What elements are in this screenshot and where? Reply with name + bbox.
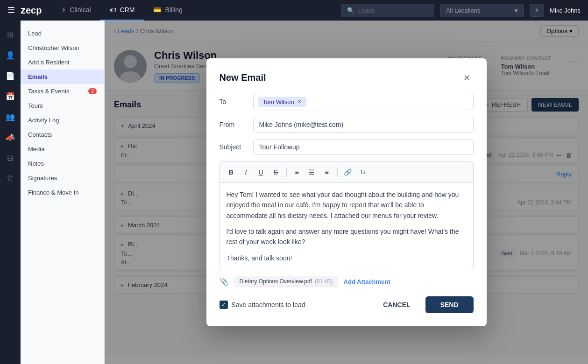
send-button[interactable]: SEND <box>425 296 474 313</box>
recipient-tag: Tom Wilson ✕ <box>258 97 306 107</box>
logo: zecp <box>21 4 42 16</box>
user-menu[interactable]: Mike Johns <box>550 7 581 14</box>
nav-search-area: 🔍 Leads All Locations ▾ + Mike Johns <box>341 4 581 17</box>
attachment-name: Dietary Options Overview.pdf <box>240 278 312 285</box>
icon-bar: ⊞ 👤 📄 📅 👥 📣 ⊟ 🗑 <box>0 21 21 364</box>
top-navigation: ☰ zecp ⚕ Clinical 🏷 CRM 💳 Billing 🔍 Lead… <box>0 0 588 21</box>
search-box[interactable]: 🔍 Leads <box>341 4 434 17</box>
sidebar-item-emails[interactable]: Emails <box>21 70 104 84</box>
nav-tab-billing[interactable]: 💳 Billing <box>144 0 191 21</box>
sidebar-item-signatures[interactable]: Signatures <box>21 171 104 185</box>
nav-tab-clinical[interactable]: ⚕ Clinical <box>53 0 100 21</box>
icon-bar-group[interactable]: 👥 <box>2 108 19 125</box>
add-button[interactable]: + <box>530 4 544 17</box>
modal-title: New Email <box>220 72 266 83</box>
editor-paragraph-3: Thanks, and talk soon! <box>227 253 467 263</box>
modal-footer: ✓ Save attachments to lead CANCEL SEND <box>220 296 474 313</box>
modal-overlay: New Email ✕ To Tom Wilson ✕ From <box>105 21 588 364</box>
add-attachment-button[interactable]: Add Attachment <box>344 278 390 285</box>
toolbar-separator <box>286 168 287 177</box>
editor-paragraph-1: Hey Tom! I wanted to see what your dad t… <box>227 189 467 221</box>
link-button[interactable]: 🔗 <box>341 166 354 179</box>
footer-buttons: CANCEL SEND <box>374 296 473 313</box>
icon-bar-calendar[interactable]: 📅 <box>2 88 19 105</box>
attachment-row: 📎 Dietary Options Overview.pdf (81 kB) A… <box>220 276 474 287</box>
attachment-size: (81 kB) <box>315 278 333 285</box>
align-button[interactable]: ≡ <box>320 166 333 179</box>
underline-button[interactable]: U <box>255 166 268 179</box>
attachment-icon: 📎 <box>220 277 229 286</box>
save-attachments-checkbox[interactable]: ✓ <box>220 301 228 309</box>
editor-paragraph-2: I'd love to talk again and answer any mo… <box>227 226 467 247</box>
icon-bar-trash[interactable]: 🗑 <box>2 170 19 187</box>
editor-toolbar: B I U S ≡ ☰ ≡ 🔗 Tx <box>220 161 474 182</box>
toolbar-separator-2 <box>337 168 338 177</box>
attachment-chip: Dietary Options Overview.pdf (81 kB) <box>234 276 338 287</box>
tasks-badge: 2 <box>88 88 97 94</box>
ordered-list-button[interactable]: ≡ <box>290 166 304 179</box>
from-label: From <box>220 121 248 128</box>
sidebar-item-add-resident[interactable]: Add a Resident <box>21 55 104 70</box>
icon-bar-table[interactable]: ⊟ <box>2 149 19 166</box>
sidebar-item-lead[interactable]: Lead <box>21 26 104 41</box>
from-row: From Mike Johns (mike@test.com) <box>220 117 474 133</box>
sidebar-section: Lead Christopher Wilson Add a Resident E… <box>21 24 104 202</box>
icon-bar-grid[interactable]: ⊞ <box>2 26 19 43</box>
strikethrough-button[interactable]: S <box>269 166 283 179</box>
hamburger-icon[interactable]: ☰ <box>7 5 15 15</box>
subject-label: Subject <box>220 143 248 151</box>
crm-icon: 🏷 <box>110 6 116 14</box>
search-icon: 🔍 <box>347 7 354 14</box>
sidebar-item-notes[interactable]: Notes <box>21 156 104 171</box>
sidebar-item-finance[interactable]: Finance & Move In <box>21 185 104 200</box>
close-button[interactable]: ✕ <box>460 71 474 84</box>
nav-tab-crm[interactable]: 🏷 CRM <box>100 0 144 21</box>
nav-tabs: ⚕ Clinical 🏷 CRM 💳 Billing <box>53 0 191 21</box>
from-field: Mike Johns (mike@test.com) <box>253 117 474 133</box>
content-area: ‹ Leads / Chris Wilson Options ▾ Chris W… <box>105 21 588 364</box>
sidebar-item-contacts[interactable]: Contacts <box>21 127 104 142</box>
icon-bar-person[interactable]: 👤 <box>2 47 19 63</box>
to-field[interactable]: Tom Wilson ✕ <box>253 94 474 110</box>
save-attachments-label[interactable]: ✓ Save attachments to lead <box>220 301 305 309</box>
editor-body[interactable]: Hey Tom! I wanted to see what your dad t… <box>220 182 474 270</box>
unordered-list-button[interactable]: ☰ <box>305 166 319 179</box>
icon-bar-document[interactable]: 📄 <box>2 67 19 84</box>
chevron-down-icon: ▾ <box>515 7 518 14</box>
subject-row: Subject <box>220 139 474 155</box>
sidebar-item-activity-log[interactable]: Activity Log <box>21 113 104 127</box>
sidebar-item-tasks[interactable]: Tasks & Events 2 <box>21 84 104 98</box>
editor-container: B I U S ≡ ☰ ≡ 🔗 Tx Hey Tom! I wanted to … <box>220 161 474 270</box>
main-layout: ⊞ 👤 📄 📅 👥 📣 ⊟ 🗑 Lead Christopher Wilson … <box>0 21 588 364</box>
bold-button[interactable]: B <box>225 166 238 179</box>
clinical-icon: ⚕ <box>62 6 66 14</box>
icon-bar-megaphone[interactable]: 📣 <box>2 129 19 146</box>
to-label: To <box>220 98 248 105</box>
location-dropdown[interactable]: All Locations ▾ <box>440 4 524 17</box>
sidebar: Lead Christopher Wilson Add a Resident E… <box>21 21 105 364</box>
sidebar-item-christopher[interactable]: Christopher Wilson <box>21 41 104 55</box>
to-row: To Tom Wilson ✕ <box>220 94 474 110</box>
subject-input[interactable] <box>253 139 474 155</box>
sidebar-item-tours[interactable]: Tours <box>21 98 104 113</box>
italic-button[interactable]: I <box>240 166 253 179</box>
new-email-modal: New Email ✕ To Tom Wilson ✕ From <box>206 58 487 326</box>
clear-format-button[interactable]: Tx <box>356 166 369 179</box>
billing-icon: 💳 <box>153 6 161 14</box>
modal-header: New Email ✕ <box>220 71 474 84</box>
cancel-button[interactable]: CANCEL <box>374 296 419 313</box>
remove-recipient-icon[interactable]: ✕ <box>297 98 302 105</box>
sidebar-item-media[interactable]: Media <box>21 142 104 156</box>
